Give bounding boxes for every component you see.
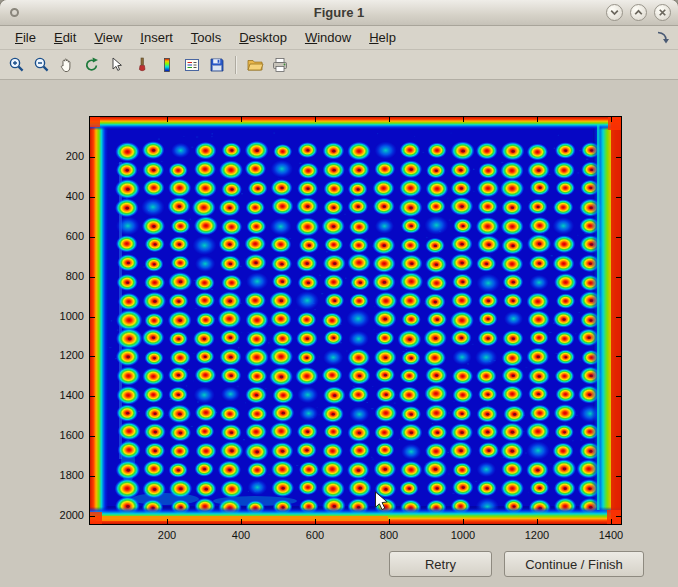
y-tick-label: 600 — [36, 230, 84, 242]
y-tick-label: 400 — [36, 190, 84, 202]
y-tick-label: 1200 — [36, 349, 84, 361]
rotate-3d-button[interactable] — [80, 53, 104, 77]
retry-button[interactable]: Retry — [389, 551, 492, 577]
titlebar[interactable]: Figure 1 — [0, 0, 678, 26]
brush-button[interactable] — [130, 53, 154, 77]
hand-icon — [58, 56, 76, 74]
close-button[interactable] — [654, 4, 671, 21]
data-cursor-button[interactable] — [105, 53, 129, 77]
zoom-in-icon — [8, 56, 26, 74]
y-tick-label: 1600 — [36, 429, 84, 441]
x-tick-label: 600 — [295, 529, 335, 541]
rotate-3d-icon — [83, 56, 101, 74]
y-tick-label: 1400 — [36, 389, 84, 401]
pan-button[interactable] — [55, 53, 79, 77]
menu-window[interactable]: Window — [296, 27, 360, 48]
dock-figure-button[interactable] — [655, 30, 670, 45]
open-button[interactable] — [243, 53, 267, 77]
x-tick-label: 800 — [369, 529, 409, 541]
x-tick-label: 1200 — [517, 529, 557, 541]
y-tick-label: 1000 — [36, 310, 84, 322]
print-icon — [271, 56, 289, 74]
y-tick-label: 200 — [36, 150, 84, 162]
menu-tools[interactable]: Tools — [182, 27, 230, 48]
toolbar-separator — [235, 56, 237, 74]
insert-legend-button[interactable] — [180, 53, 204, 77]
x-tick-label: 200 — [147, 529, 187, 541]
data-cursor-icon — [108, 56, 126, 74]
x-tick-label: 400 — [221, 529, 261, 541]
toolbar — [0, 50, 678, 80]
menu-edit[interactable]: Edit — [45, 27, 85, 48]
x-tick-label: 1400 — [591, 529, 631, 541]
shade-button[interactable] — [606, 4, 623, 21]
legend-icon — [183, 56, 201, 74]
save-icon — [208, 56, 226, 74]
x-tick-label: 1000 — [443, 529, 483, 541]
dock-arrow-icon — [655, 30, 670, 45]
menu-view[interactable]: View — [85, 27, 131, 48]
close-icon — [657, 7, 668, 18]
continue-finish-button[interactable]: Continue / Finish — [504, 551, 644, 577]
menu-help[interactable]: Help — [360, 27, 405, 48]
content-area: Retry Continue / Finish 2004006008001000… — [0, 80, 678, 587]
y-tick-label: 800 — [36, 270, 84, 282]
window-title: Figure 1 — [0, 0, 678, 25]
maximize-button[interactable] — [630, 4, 647, 21]
axes — [89, 116, 622, 525]
menu-insert[interactable]: Insert — [131, 27, 182, 48]
chevron-down-icon — [609, 7, 620, 18]
menu-desktop[interactable]: Desktop — [230, 27, 296, 48]
menubar: File Edit View Insert Tools Desktop Wind… — [0, 26, 678, 50]
y-tick-label: 2000 — [36, 509, 84, 521]
open-folder-icon — [246, 56, 264, 74]
figure-image[interactable] — [90, 117, 621, 524]
menu-file[interactable]: File — [6, 27, 45, 48]
y-tick-label: 1800 — [36, 469, 84, 481]
brush-icon — [133, 56, 151, 74]
figure-window: Figure 1 File Edit View Insert Tools Des… — [0, 0, 678, 587]
colorbar-icon — [158, 56, 176, 74]
colorbar-button[interactable] — [155, 53, 179, 77]
zoom-in-button[interactable] — [5, 53, 29, 77]
chevron-up-icon — [633, 7, 644, 18]
zoom-out-icon — [33, 56, 51, 74]
window-controls — [606, 4, 671, 21]
print-button[interactable] — [268, 53, 292, 77]
zoom-out-button[interactable] — [30, 53, 54, 77]
save-button[interactable] — [205, 53, 229, 77]
